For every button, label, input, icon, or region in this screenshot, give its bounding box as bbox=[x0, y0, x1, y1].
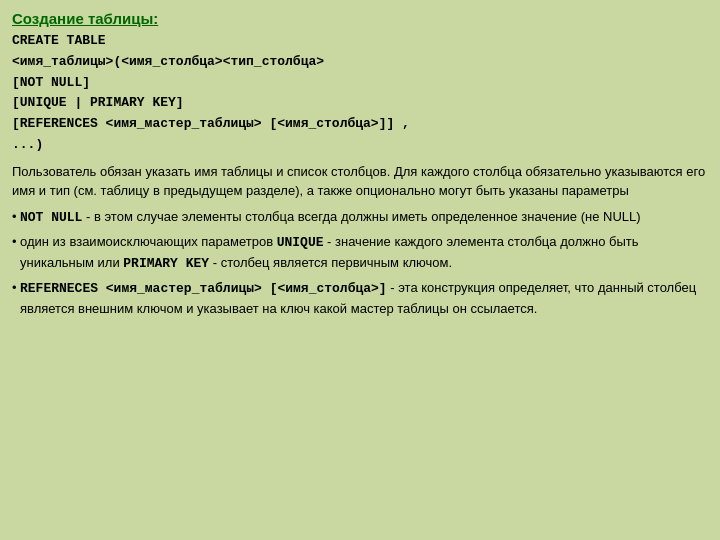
code-line-6: ...) bbox=[12, 135, 708, 156]
bullet-item-3: REFERNECES <имя_мастер_таблицы> [<имя_ст… bbox=[12, 278, 708, 318]
code-block: CREATE TABLE <имя_таблицы>(<имя_столбца>… bbox=[12, 31, 708, 156]
bullet-2-text-before: один из взаимоисключающих параметров bbox=[20, 234, 277, 249]
bullet-2-keyword1: UNIQUE bbox=[277, 235, 324, 250]
bullet-item-1: NOT NULL - в этом случае элементы столбц… bbox=[12, 207, 708, 228]
bullet-2-keyword2: PRIMARY KEY bbox=[123, 256, 209, 271]
code-line-2: <имя_таблицы>(<имя_столбца><тип_столбца> bbox=[12, 52, 708, 73]
bullet-3-keyword: REFERNECES <имя_мастер_таблицы> [<имя_ст… bbox=[20, 281, 387, 296]
bullet-item-2: один из взаимоисключающих параметров UNI… bbox=[12, 232, 708, 273]
code-line-3: [NOT NULL] bbox=[12, 73, 708, 94]
code-line-1: CREATE TABLE bbox=[12, 31, 708, 52]
code-line-5: [REFERENCES <имя_мастер_таблицы> [<имя_с… bbox=[12, 114, 708, 135]
bullet-1-text: - в этом случае элементы столбца всегда … bbox=[82, 209, 640, 224]
code-line-4: [UNIQUE | PRIMARY KEY] bbox=[12, 93, 708, 114]
bullet-2-text-end: - столбец является первичным ключом. bbox=[209, 255, 452, 270]
section-title: Создание таблицы: bbox=[12, 10, 708, 27]
page-container: Создание таблицы: CREATE TABLE <имя_табл… bbox=[0, 0, 720, 540]
bullet-1-keyword: NOT NULL bbox=[20, 210, 82, 225]
description-text: Пользователь обязан указать имя таблицы … bbox=[12, 162, 708, 201]
